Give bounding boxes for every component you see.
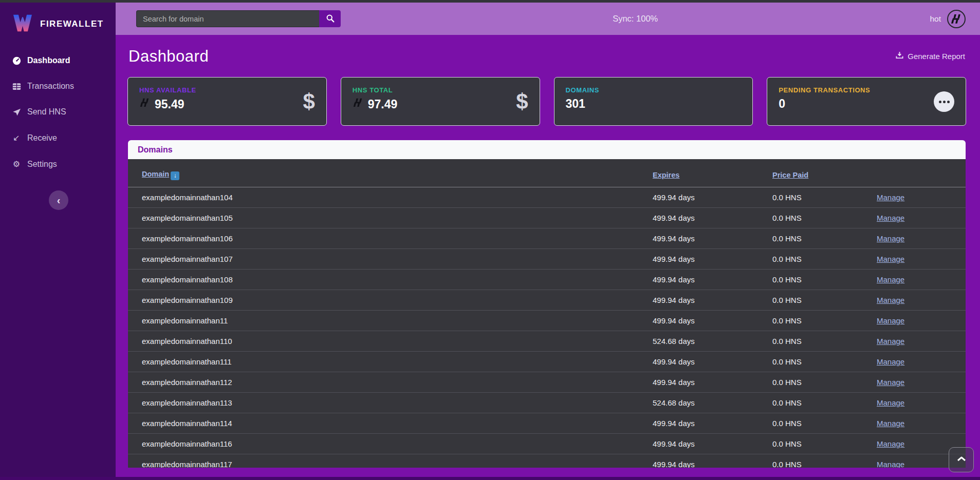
manage-link[interactable]: Manage xyxy=(877,419,904,428)
domain-expires: 499.94 days xyxy=(653,193,695,202)
manage-link[interactable]: Manage xyxy=(877,193,904,202)
table-row: exampledomainnathan113 524.68 days 0.0 H… xyxy=(128,393,966,413)
domain-price-paid: 0.0 HNS xyxy=(772,337,802,345)
table-row: exampledomainnathan109 499.94 days 0.0 H… xyxy=(128,290,966,311)
domain-expires: 499.94 days xyxy=(653,214,695,222)
manage-link[interactable]: Manage xyxy=(877,255,904,263)
domain-expires: 499.94 days xyxy=(653,419,695,428)
domain-price-paid: 0.0 HNS xyxy=(772,357,802,366)
manage-link[interactable]: Manage xyxy=(877,378,904,387)
handshake-logo-icon xyxy=(353,97,364,111)
sidebar-item-receive[interactable]: ↙ Receive xyxy=(0,125,116,151)
ellipsis-icon xyxy=(939,101,941,103)
paper-plane-icon xyxy=(11,108,22,117)
scroll-to-top-button[interactable] xyxy=(949,447,974,472)
brand-name: FIREWALLET xyxy=(40,19,104,29)
stat-card-label: HNS AVAILABLE xyxy=(139,86,196,94)
manage-link[interactable]: Manage xyxy=(877,439,904,448)
table-icon xyxy=(11,83,22,90)
firewallet-logo-icon xyxy=(11,14,34,34)
stat-card-value: 97.49 xyxy=(353,97,398,111)
domain-expires: 499.94 days xyxy=(653,234,695,243)
stat-card-label: DOMAINS xyxy=(566,86,600,94)
domain-name: exampledomainnathan106 xyxy=(142,234,233,243)
domain-price-paid: 0.0 HNS xyxy=(772,460,802,468)
manage-link[interactable]: Manage xyxy=(877,337,904,345)
domains-panel-header: Domains xyxy=(128,140,966,159)
generate-report-button[interactable]: Generate Report xyxy=(896,51,965,61)
sidebar-item-label: Receive xyxy=(27,133,57,143)
domain-price-paid: 0.0 HNS xyxy=(772,439,802,448)
domain-name: exampledomainnathan112 xyxy=(142,378,232,387)
domain-name: exampledomainnathan117 xyxy=(142,460,232,468)
sidebar-item-label: Send HNS xyxy=(27,107,66,117)
domain-expires: 499.94 days xyxy=(653,378,695,387)
domain-search xyxy=(136,10,341,27)
manage-link[interactable]: Manage xyxy=(877,316,904,325)
search-input[interactable] xyxy=(136,10,319,27)
domain-price-paid: 0.0 HNS xyxy=(772,275,802,284)
stat-card-value: 301 xyxy=(566,97,600,111)
table-row: exampledomainnathan116 499.94 days 0.0 H… xyxy=(128,434,966,454)
domain-name: exampledomainnathan105 xyxy=(142,214,233,222)
domain-name: exampledomainnathan110 xyxy=(142,337,232,345)
domain-expires: 499.94 days xyxy=(653,296,695,304)
sort-descending-icon[interactable]: ↓ xyxy=(171,171,179,180)
sync-status: Sync: 100% xyxy=(341,14,930,24)
manage-link[interactable]: Manage xyxy=(877,234,904,243)
chevron-left-icon: ‹ xyxy=(57,195,61,206)
domain-name: exampledomainnathan111 xyxy=(142,357,232,366)
ellipsis-menu-button[interactable] xyxy=(934,91,954,112)
domain-price-paid: 0.0 HNS xyxy=(772,214,802,222)
sidebar-item-settings[interactable]: ⚙ Settings xyxy=(0,151,116,177)
domain-price-paid: 0.0 HNS xyxy=(772,255,802,263)
sidebar-item-transactions[interactable]: Transactions xyxy=(0,73,116,99)
arrow-down-left-icon: ↙ xyxy=(11,133,22,143)
handshake-logo-icon[interactable] xyxy=(947,10,966,28)
wallet-name: hot xyxy=(930,14,941,24)
domain-price-paid: 0.0 HNS xyxy=(772,234,802,243)
table-row: exampledomainnathan110 524.68 days 0.0 H… xyxy=(128,331,966,352)
column-header-domain[interactable]: Domain xyxy=(142,170,169,178)
stat-card-value: 0 xyxy=(779,97,870,111)
main-content: Dashboard Generate Report HNS AVAILABLE … xyxy=(116,35,980,480)
table-row: exampledomainnathan11 499.94 days 0.0 HN… xyxy=(128,311,966,331)
domain-price-paid: 0.0 HNS xyxy=(772,193,802,202)
gear-icon: ⚙ xyxy=(11,159,22,169)
table-row: exampledomainnathan111 499.94 days 0.0 H… xyxy=(128,352,966,372)
domains-table: Domain↓ Expires Price Paid exampledomain… xyxy=(128,159,966,468)
manage-link[interactable]: Manage xyxy=(877,275,904,284)
sidebar-item-label: Settings xyxy=(27,160,57,169)
domain-expires: 499.94 days xyxy=(653,275,695,284)
window-top-edge xyxy=(0,0,980,3)
manage-link[interactable]: Manage xyxy=(877,357,904,366)
domain-name: exampledomainnathan114 xyxy=(142,419,232,428)
search-button[interactable] xyxy=(319,10,341,27)
domain-name: exampledomainnathan108 xyxy=(142,275,233,284)
stat-card-hns-available: HNS AVAILABLE 95.49 $ xyxy=(127,77,327,126)
stat-card-pending-transactions: PENDING TRANSACTIONS 0 xyxy=(767,77,966,126)
sidebar-collapse-button[interactable]: ‹ xyxy=(49,190,68,210)
dollar-icon: $ xyxy=(516,86,528,117)
manage-link[interactable]: Manage xyxy=(877,460,904,468)
table-row: exampledomainnathan104 499.94 days 0.0 H… xyxy=(128,187,966,208)
table-row: exampledomainnathan114 499.94 days 0.0 H… xyxy=(128,413,966,434)
stat-card-hns-total: HNS TOTAL 97.49 $ xyxy=(341,77,540,126)
column-header-price-paid[interactable]: Price Paid xyxy=(772,171,808,179)
manage-link[interactable]: Manage xyxy=(877,398,904,407)
download-icon xyxy=(896,51,903,61)
column-header-expires[interactable]: Expires xyxy=(653,171,679,179)
manage-link[interactable]: Manage xyxy=(877,214,904,222)
table-row: exampledomainnathan117 499.94 days 0.0 H… xyxy=(128,454,966,469)
domain-name: exampledomainnathan109 xyxy=(142,296,233,304)
dollar-icon: $ xyxy=(303,86,315,117)
sidebar: FIREWALLET Dashboard Transactions Send H… xyxy=(0,3,116,480)
app-window: FIREWALLET Dashboard Transactions Send H… xyxy=(0,0,980,480)
domain-price-paid: 0.0 HNS xyxy=(772,378,802,387)
sidebar-item-send-hns[interactable]: Send HNS xyxy=(0,99,116,125)
domain-price-paid: 0.0 HNS xyxy=(772,398,802,407)
sidebar-item-label: Dashboard xyxy=(27,56,70,65)
manage-link[interactable]: Manage xyxy=(877,296,904,304)
sidebar-item-dashboard[interactable]: Dashboard xyxy=(0,48,116,73)
handshake-logo-icon xyxy=(139,97,151,111)
